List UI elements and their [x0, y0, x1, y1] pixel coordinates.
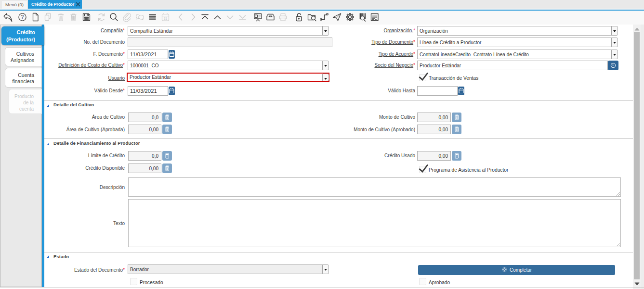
svg-text:?: ?	[21, 14, 24, 20]
svg-text:31: 31	[164, 17, 168, 20]
